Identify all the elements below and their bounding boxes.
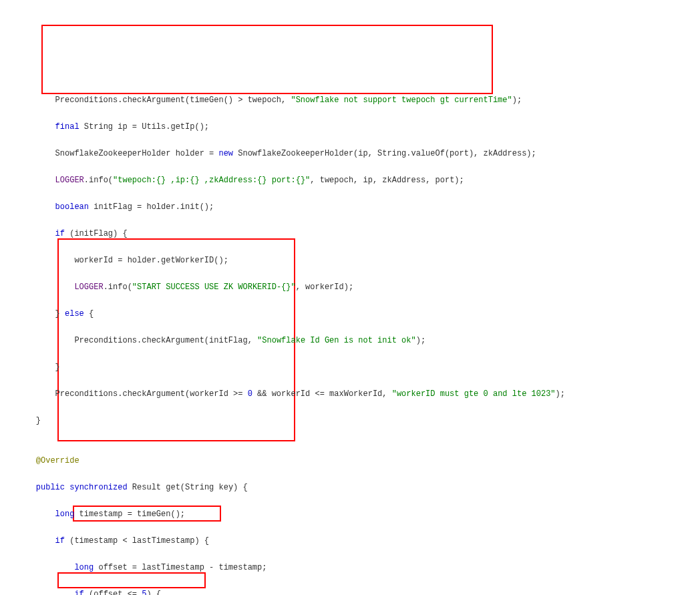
code-line: long timestamp = timeGen(); bbox=[0, 508, 700, 521]
code-line: Preconditions.checkArgument(initFlag, "S… bbox=[0, 334, 700, 347]
code-line: } bbox=[0, 414, 700, 427]
code-line: LOGGER.info("twepoch:{} ,ip:{} ,zkAddres… bbox=[0, 174, 700, 187]
code-block: Preconditions.checkArgument(timeGen() > … bbox=[0, 0, 700, 595]
code-line: long offset = lastTimestamp - timestamp; bbox=[0, 561, 700, 574]
code-line: final String ip = Utils.getIp(); bbox=[0, 120, 700, 134]
code-line: Preconditions.checkArgument(workerId >= … bbox=[0, 387, 700, 401]
code-line: Preconditions.checkArgument(timeGen() > … bbox=[0, 93, 700, 107]
code-line: if (initFlag) { bbox=[0, 227, 700, 240]
highlight-box-4 bbox=[57, 572, 206, 588]
code-line: SnowflakeZookeeperHolder holder = new Sn… bbox=[0, 147, 700, 160]
code-line: if (timestamp < lastTimestamp) { bbox=[0, 534, 700, 548]
code-line: if (offset <= 5) { bbox=[0, 588, 700, 595]
highlight-box-1 bbox=[41, 25, 493, 94]
code-line: } else { bbox=[0, 307, 700, 321]
code-line: boolean initFlag = holder.init(); bbox=[0, 200, 700, 214]
code-line: workerId = holder.getWorkerID(); bbox=[0, 254, 700, 267]
code-line: public synchronized Result get(String ke… bbox=[0, 481, 700, 494]
code-line: LOGGER.info("START SUCCESS USE ZK WORKER… bbox=[0, 280, 700, 294]
code-line: } bbox=[0, 361, 700, 374]
code-line: @Override bbox=[0, 454, 700, 467]
